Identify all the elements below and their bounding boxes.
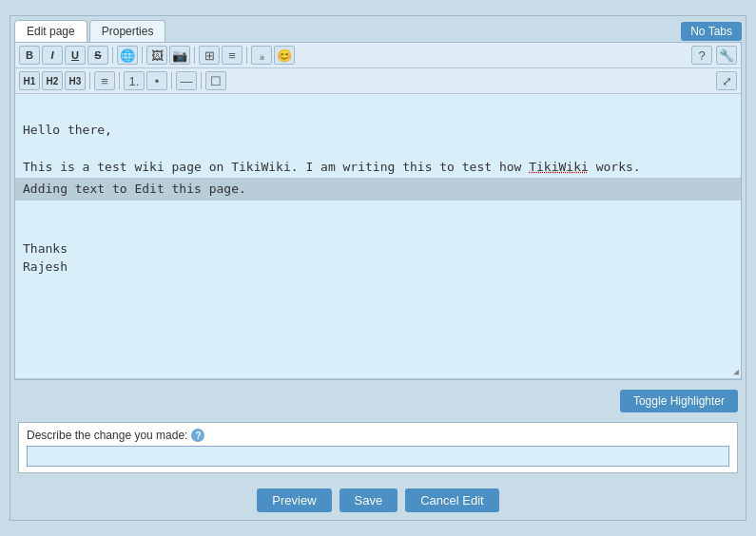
editor-outer: B I U S 🌐 🖼 📷 ⊞ ≡ ₐ xyxy=(14,42,742,380)
editor-wrapper: Hello there, This is a test wiki page on… xyxy=(15,94,741,379)
change-desc-area: Describe the change you made: ? xyxy=(10,418,746,481)
tab-properties[interactable]: Properties xyxy=(89,20,166,42)
toolbar2-separator-4 xyxy=(201,72,202,89)
toolbar2-right: ⤢ xyxy=(716,71,737,90)
change-desc-label: Describe the change you made: ? xyxy=(27,429,729,442)
toolbar2-separator-2 xyxy=(119,72,120,89)
toolbar1-right: ? 🔧 xyxy=(691,46,737,65)
tab-edit-page[interactable]: Edit page xyxy=(14,20,87,42)
line-blank2 xyxy=(23,222,30,237)
underline-button[interactable]: U xyxy=(65,46,86,65)
line-rajesh: Rajesh xyxy=(23,259,68,274)
resize-indicator: ◢ xyxy=(733,366,739,376)
settings-button[interactable]: 🔧 xyxy=(716,46,737,65)
list-button[interactable]: ≡ xyxy=(222,46,242,65)
bold-button[interactable]: B xyxy=(19,46,40,65)
ordered-list-button[interactable]: 1. xyxy=(124,71,145,90)
hr-button[interactable]: — xyxy=(176,71,197,90)
toolbar2-left: H1 H2 H3 ≡ 1. • — ☐ xyxy=(19,71,226,90)
toolbar-separator-2 xyxy=(142,47,143,64)
no-tabs-button[interactable]: No Tabs xyxy=(681,22,742,41)
strikethrough-button[interactable]: S xyxy=(87,46,108,65)
expand-button[interactable]: ⤢ xyxy=(716,71,737,90)
tikiwiki-link[interactable]: TikiWiki xyxy=(529,160,589,174)
h1-button[interactable]: H1 xyxy=(19,71,40,90)
tab-bar: Edit page Properties No Tabs xyxy=(10,16,746,42)
sub-button[interactable]: ₐ xyxy=(251,46,272,65)
change-desc-help-icon[interactable]: ? xyxy=(191,429,204,442)
help-button[interactable]: ? xyxy=(691,46,712,65)
unordered-list-button[interactable]: • xyxy=(146,71,167,90)
h2-button[interactable]: H2 xyxy=(42,71,63,90)
main-container: Edit page Properties No Tabs B I U S 🌐 🖼… xyxy=(10,15,746,521)
toolbar2-separator-3 xyxy=(171,72,172,89)
change-desc-text: Describe the change you made: xyxy=(27,429,187,442)
tab-group: Edit page Properties xyxy=(14,20,165,42)
italic-button[interactable]: I xyxy=(42,46,63,65)
toolbar1: B I U S 🌐 🖼 📷 ⊞ ≡ ₐ xyxy=(15,43,741,68)
change-desc-input[interactable] xyxy=(27,446,729,467)
globe-icon-button[interactable]: 🌐 xyxy=(117,46,138,65)
toolbar2-separator-1 xyxy=(89,72,90,89)
cancel-edit-button[interactable]: Cancel Edit xyxy=(405,488,498,512)
h3-button[interactable]: H3 xyxy=(65,71,86,90)
editor-area[interactable]: Hello there, This is a test wiki page on… xyxy=(15,94,741,379)
save-button[interactable]: Save xyxy=(339,488,398,512)
line-thanks: Thanks xyxy=(23,241,68,256)
image-button[interactable]: 🖼 xyxy=(146,46,167,65)
table-button[interactable]: ⊞ xyxy=(199,46,220,65)
line-hello: Hello there, xyxy=(23,123,112,137)
line-blank1 xyxy=(23,141,30,155)
toggle-highlighter-button[interactable]: Toggle Highlighter xyxy=(620,390,738,412)
toolbar-separator-4 xyxy=(246,47,247,64)
change-desc-box: Describe the change you made: ? xyxy=(18,422,738,473)
line-test: This is a test wiki page on TikiWiki. I … xyxy=(23,160,641,174)
align-left-button[interactable]: ≡ xyxy=(94,71,115,90)
toolbar-separator-1 xyxy=(112,47,113,64)
smiley-button[interactable]: 😊 xyxy=(274,46,295,65)
image2-button[interactable]: 📷 xyxy=(169,46,190,65)
toolbar-separator-3 xyxy=(194,47,195,64)
toolbar2: H1 H2 H3 ≡ 1. • — ☐ ⤢ xyxy=(15,68,741,94)
toggle-area: Toggle Highlighter xyxy=(10,384,746,418)
toolbar1-left: B I U S 🌐 🖼 📷 ⊞ ≡ ₐ xyxy=(19,46,295,65)
bottom-buttons: Preview Save Cancel Edit xyxy=(10,481,746,520)
box-button[interactable]: ☐ xyxy=(205,71,226,90)
highlighted-line: Adding text to Edit this page. xyxy=(15,178,741,201)
editor-content[interactable]: Hello there, This is a test wiki page on… xyxy=(23,102,733,295)
preview-button[interactable]: Preview xyxy=(257,488,331,512)
